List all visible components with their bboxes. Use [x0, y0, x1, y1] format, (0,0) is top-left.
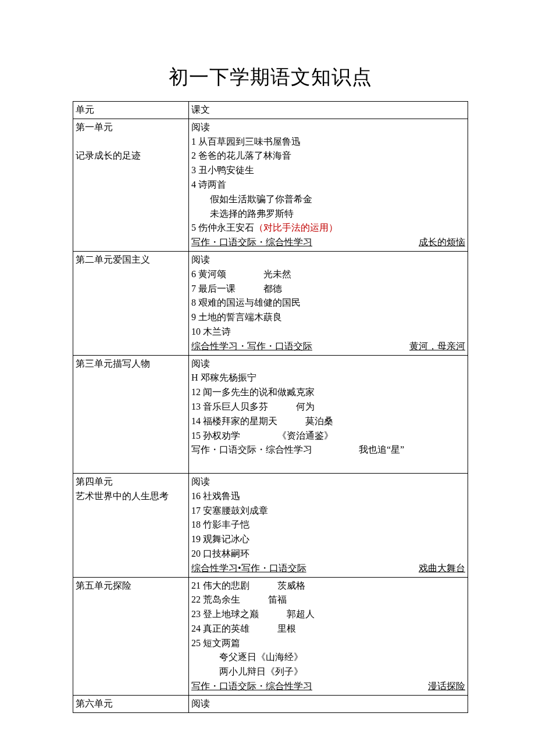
- activity-right: 成长的烦恼: [419, 235, 465, 250]
- unit-line: 第六单元: [76, 698, 113, 708]
- unit-cell: 第一单元 记录成长的足迹: [73, 119, 189, 251]
- content-line: 阅读: [191, 698, 210, 708]
- activity-line: 综合性学习•写作・口语交际戏曲大舞台: [191, 561, 465, 576]
- content-line: 8 艰难的国运与雄健的国民: [191, 298, 301, 307]
- content-line: 18 竹影丰子恺: [191, 519, 249, 529]
- content-line: 7 最后一课 都德: [191, 284, 282, 293]
- table-row: 第一单元 记录成长的足迹阅读1 从百草园到三味书屋鲁迅2 爸爸的花儿落了林海音3…: [73, 119, 468, 251]
- activity-right: 漫话探险: [428, 679, 465, 694]
- content-cell: 阅读H 邓稼先杨振宁12 闻一多先生的说和做臧克家13 音乐巨人贝多芬 何为14…: [189, 355, 468, 473]
- content-line: 22 荒岛余生 笛福: [191, 594, 287, 604]
- content-line: 1 从百草园到三味书屋鲁迅: [191, 137, 301, 146]
- content-line: 15 孙权劝学 《资治通鉴》: [191, 431, 333, 440]
- header-content: 课文: [189, 102, 468, 119]
- content-cell: 21 伟大的悲剧 茨威格22 荒岛余生 笛福23 登上地球之巅 郭超人24 真正…: [189, 577, 468, 695]
- content-line: 23 登上地球之巅 郭超人: [191, 609, 315, 619]
- activity-left: 综合性学习•写作・口语交际: [191, 561, 306, 576]
- content-line: 2 爸爸的花儿落了林海音: [191, 151, 291, 160]
- content-line: 12 闻一多先生的说和做臧克家: [191, 387, 315, 397]
- table-row: 第六单元阅读: [73, 695, 468, 712]
- content-line: 20 口技林嗣环: [191, 549, 249, 558]
- table-header-row: 单元课文: [73, 102, 468, 119]
- activity-right: 戏曲大舞台: [419, 561, 465, 576]
- content-line: 阅读: [191, 476, 210, 486]
- content-line: 阅读: [191, 255, 210, 264]
- unit-cell: 第六单元: [73, 695, 189, 712]
- activity-right: 黄河，母亲河: [409, 339, 465, 354]
- content-line: 25 短文两篇: [191, 638, 240, 648]
- outline-table: 单元课文第一单元 记录成长的足迹阅读1 从百草园到三味书屋鲁迅2 爸爸的花儿落了…: [73, 101, 468, 713]
- unit-line: 第五单元探险: [76, 581, 131, 590]
- activity-left: 写作・口语交际・综合性学习: [191, 679, 312, 694]
- table-row: 第四单元艺术世界中的人生思考阅读16 社戏鲁迅17 安塞腰鼓刘成章18 竹影丰子…: [73, 473, 468, 577]
- activity-line: 综合性学习・写作・口语交际黄河，母亲河: [191, 339, 465, 354]
- activity-left: 综合性学习・写作・口语交际: [191, 339, 312, 354]
- unit-line: 第二单元爱国主义: [76, 255, 150, 264]
- page-title: 初一下学期语文知识点: [73, 64, 468, 91]
- unit-line: 记录成长的足迹: [76, 151, 141, 160]
- content-line: [191, 459, 201, 469]
- content-line: 假如生活欺骗了你普希金: [191, 194, 312, 204]
- content-line: 写作・口语交际・综合性学习 我也追“星”: [191, 445, 404, 454]
- unit-cell: 第三单元描写人物: [73, 355, 189, 473]
- content-line: 24 真正的英雄 里根: [191, 624, 296, 633]
- table-row: 第二单元爱国主义阅读6 黄河颂 光未然7 最后一课 都德8 艰难的国运与雄健的国…: [73, 251, 468, 355]
- content-line: H 邓稼先杨振宁: [191, 372, 256, 382]
- content-line: 4 诗两首: [191, 180, 226, 189]
- content-line: 17 安塞腰鼓刘成章: [191, 506, 268, 515]
- header-unit: 单元: [73, 102, 189, 119]
- unit-cell: 第二单元爱国主义: [73, 251, 189, 355]
- unit-line: 第一单元: [76, 122, 113, 132]
- table-row: 第三单元描写人物阅读H 邓稼先杨振宁12 闻一多先生的说和做臧克家13 音乐巨人…: [73, 355, 468, 473]
- unit-cell: 第五单元探险: [73, 577, 189, 695]
- unit-cell: 第四单元艺术世界中的人生思考: [73, 473, 189, 577]
- content-line: 21 伟大的悲剧 茨威格: [191, 581, 305, 590]
- annotation-red: （对比手法的运用）: [254, 223, 338, 232]
- content-line: 未选择的路弗罗斯特: [191, 209, 294, 218]
- content-cell: 阅读16 社戏鲁迅17 安塞腰鼓刘成章18 竹影丰子恺19 观舞记冰心20 口技…: [189, 473, 468, 577]
- content-line: 10 木兰诗: [191, 327, 231, 336]
- content-line: 16 社戏鲁迅: [191, 491, 240, 501]
- content-line: 夸父逐日《山海经》: [191, 652, 303, 662]
- unit-line: 第三单元描写人物: [76, 359, 150, 368]
- content-cell: 阅读: [189, 695, 468, 712]
- unit-line: 艺术世界中的人生思考: [76, 491, 169, 501]
- unit-line: [76, 137, 78, 146]
- content-line: 3 丑小鸭安徒生: [191, 165, 254, 175]
- content-line: 两小儿辩日《列子》: [191, 667, 303, 676]
- content-line: 19 观舞记冰心: [191, 534, 249, 544]
- activity-line: 写作・口语交际・综合性学习漫话探险: [191, 679, 465, 694]
- content-cell: 阅读1 从百草园到三味书屋鲁迅2 爸爸的花儿落了林海音3 丑小鸭安徒生4 诗两首…: [189, 119, 468, 251]
- unit-line: 第四单元: [76, 476, 113, 486]
- content-line: 13 音乐巨人贝多芬 何为: [191, 402, 315, 411]
- content-line: 14 福楼拜家的星期天 莫泊桑: [191, 416, 333, 426]
- content-line: 6 黄河颂 光未然: [191, 269, 291, 279]
- activity-left: 写作・口语交际・综合性学习: [191, 235, 312, 250]
- activity-line: 写作・口语交际・综合性学习成长的烦恼: [191, 235, 465, 250]
- content-line: 9 土地的誓言端木蕻良: [191, 312, 282, 322]
- table-row: 第五单元探险21 伟大的悲剧 茨威格22 荒岛余生 笛福23 登上地球之巅 郭超…: [73, 577, 468, 695]
- content-line: 5 伤仲永王安石: [191, 223, 254, 232]
- content-line: 阅读: [191, 359, 210, 368]
- content-line: 阅读: [191, 122, 210, 132]
- content-cell: 阅读6 黄河颂 光未然7 最后一课 都德8 艰难的国运与雄健的国民9 土地的誓言…: [189, 251, 468, 355]
